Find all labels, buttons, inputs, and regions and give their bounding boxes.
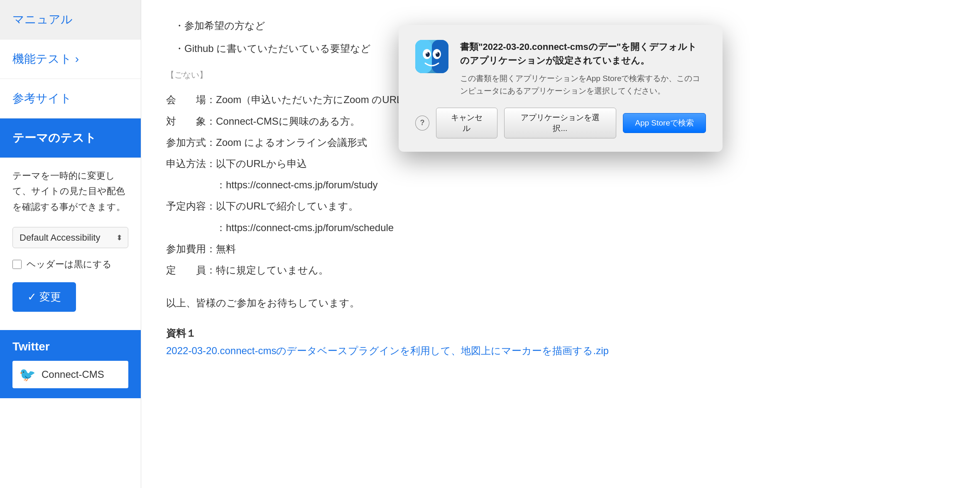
header-black-checkbox[interactable] [12,260,22,269]
dialog-title: 書類"2022-03-20.connect-cmsのデー"を開くデフォルトのアプ… [460,40,706,67]
sidebar-theme-section: テーマを一時的に変更して、サイトの見た目や配色を確認する事ができます。 Defa… [0,158,141,322]
dialog-help-button[interactable]: ? [415,116,429,131]
theme-select-wrapper: Default Accessibility Default Dark ⬍ [12,227,128,248]
dialog-select-app-button[interactable]: アプリケーションを選択... [504,108,616,138]
header-black-row: ヘッダーは黒にする [12,258,128,271]
sidebar-item-feature-test-label: 機能テスト [12,52,72,65]
dialog-message: この書類を開くアプリケーションをApp Storeで検索するか、このコンピュータ… [460,72,706,98]
sidebar: マニュアル 機能テスト 参考サイト テーマのテスト テーマを一時的に変更して、サ… [0,0,141,488]
sidebar-twitter: Twitter 🐦 Connect-CMS [0,330,141,398]
sidebar-item-manual[interactable]: マニュアル [0,0,141,39]
main-content: ・参加希望の方など ・Github に書いていただいている要望など 【ごない】 … [141,0,980,488]
dialog-appstore-button[interactable]: App Storeで検索 [623,113,706,133]
header-black-label: ヘッダーは黒にする [27,258,112,271]
sidebar-item-theme-test[interactable]: テーマのテスト [0,118,141,158]
dialog-cancel-button[interactable]: キャンセル [436,108,497,138]
sidebar-item-reference[interactable]: 参考サイト [0,79,141,118]
twitter-account-row[interactable]: 🐦 Connect-CMS [12,361,128,388]
dialog-overlay: 書類"2022-03-20.connect-cmsのデー"を開くデフォルトのアプ… [141,0,980,488]
help-icon: ? [420,118,425,127]
change-button[interactable]: ✓ 変更 [12,282,76,312]
change-button-label: ✓ 変更 [27,290,61,304]
twitter-title: Twitter [12,340,128,353]
svg-point-8 [426,52,428,54]
twitter-account-name: Connect-CMS [42,369,104,380]
theme-select[interactable]: Default Accessibility Default Dark [12,227,128,248]
sidebar-item-manual-label: マニュアル [12,13,73,26]
svg-point-9 [436,52,438,54]
sidebar-item-feature-test[interactable]: 機能テスト [0,39,141,79]
twitter-bird-icon: 🐦 [19,367,36,382]
sidebar-item-reference-label: 参考サイト [12,92,72,105]
dialog: 書類"2022-03-20.connect-cmsのデー"を開くデフォルトのアプ… [399,25,723,152]
dialog-content: 書類"2022-03-20.connect-cmsのデー"を開くデフォルトのアプ… [415,40,706,98]
finder-icon [415,40,448,73]
sidebar-item-theme-test-label: テーマのテスト [12,131,96,144]
sidebar-description: テーマを一時的に変更して、サイトの見た目や配色を確認する事ができます。 [12,168,128,214]
dialog-text: 書類"2022-03-20.connect-cmsのデー"を開くデフォルトのアプ… [460,40,706,98]
dialog-buttons: ? キャンセル アプリケーションを選択... App Storeで検索 [415,108,706,138]
